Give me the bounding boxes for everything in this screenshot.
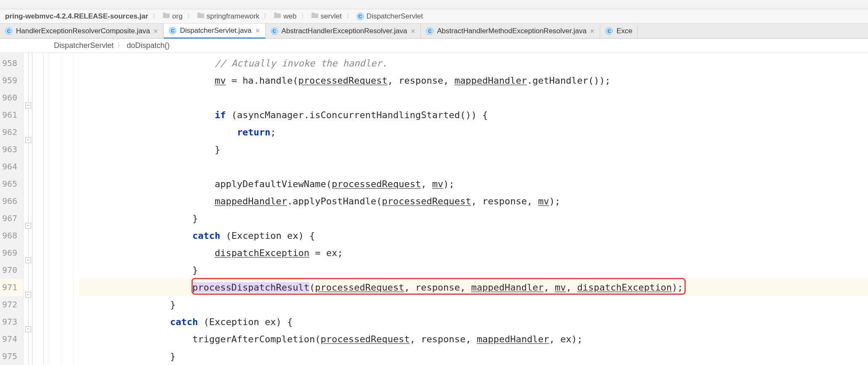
tab-label: HandlerExceptionResolverComposite.java — [16, 27, 150, 35]
code-line[interactable]: catch (Exception ex) { — [79, 313, 868, 331]
editor-tabs: CHandlerExceptionResolverComposite.java✕… — [0, 24, 868, 39]
code-line[interactable]: } — [79, 262, 868, 279]
close-icon[interactable]: ✕ — [410, 28, 415, 34]
code-token: if — [215, 110, 232, 120]
line-number: 971 — [0, 279, 23, 296]
code-token: mv — [215, 75, 226, 86]
svg-rect-3 — [197, 13, 200, 15]
code-token: processedRequest — [298, 75, 388, 86]
line-number: 966 — [0, 193, 23, 210]
close-icon[interactable]: ✕ — [153, 28, 158, 34]
code-token: catch — [192, 230, 226, 241]
code-line[interactable]: return; — [79, 124, 868, 141]
code-line[interactable]: applyDefaultViewName(processedRequest, m… — [79, 175, 868, 193]
code-token: , response, — [404, 282, 471, 293]
code-token: // Actually invoke the handler. — [215, 58, 388, 69]
code-token: .applyPostHandle( — [287, 196, 382, 206]
breadcrumb-folder-servlet[interactable]: servlet — [310, 12, 343, 21]
code-token: (Exception ex) { — [226, 230, 315, 241]
editor-tab[interactable]: CExce — [600, 24, 638, 38]
close-icon[interactable]: ✕ — [255, 27, 260, 34]
code-token: ); — [672, 282, 683, 293]
code-line[interactable]: triggerAfterCompletion(processedRequest,… — [79, 331, 868, 348]
editor-tab[interactable]: CDispatcherServlet.java✕ — [164, 24, 265, 39]
breadcrumb-jar[interactable]: pring-webmvc-4.2.4.RELEASE-sources.jar — [3, 12, 150, 21]
line-number: 972 — [0, 296, 23, 313]
editor[interactable]: 9589599609619629639649659669679689699709… — [0, 53, 868, 365]
breadcrumb-label: servlet — [321, 12, 342, 21]
indent-guides — [44, 53, 79, 365]
code-line[interactable]: } — [79, 348, 868, 365]
code-token: processedRequest — [382, 196, 471, 206]
code-token: , — [543, 282, 555, 293]
code-line[interactable]: } — [79, 141, 868, 158]
line-number: 969 — [0, 244, 23, 262]
fold-toggle-icon[interactable]: − — [25, 103, 31, 108]
folder-icon — [274, 12, 281, 21]
code-token: processedRequest — [315, 282, 404, 293]
code-token: mappedHandler — [215, 196, 287, 206]
editor-tab[interactable]: CHandlerExceptionResolverComposite.java✕ — [0, 24, 164, 38]
code-line[interactable]: dispatchException = ex; — [79, 244, 868, 262]
class-icon: C — [357, 13, 364, 20]
fold-toggle-icon[interactable]: − — [25, 137, 31, 143]
structure-crumb: DispatcherServlet 〉 doDispatch() — [0, 39, 868, 53]
code-token: , — [566, 282, 577, 293]
close-icon[interactable]: ✕ — [590, 28, 595, 34]
chevron-right-icon: 〉 — [116, 42, 124, 50]
line-number: 965 — [0, 175, 23, 193]
tab-label: AbstractHandlerMethodExceptionResolver.j… — [437, 27, 586, 35]
crumb-method[interactable]: doDispatch() — [127, 41, 170, 50]
editor-tab[interactable]: CAbstractHandlerExceptionResolver.java✕ — [266, 24, 421, 38]
breadcrumb-label: springframework — [207, 12, 260, 21]
editor-tab[interactable]: CAbstractHandlerMethodExceptionResolver.… — [421, 24, 600, 38]
code-token: catch — [170, 317, 203, 327]
fold-toggle-icon[interactable]: − — [25, 326, 31, 332]
line-number: 974 — [0, 331, 23, 348]
code-line[interactable]: } — [79, 296, 868, 313]
class-icon: C — [605, 27, 613, 35]
code-line[interactable]: mv = ha.handle(processedRequest, respons… — [79, 72, 868, 89]
chevron-right-icon: 〉 — [263, 12, 271, 20]
code-line[interactable] — [79, 89, 868, 106]
code-token: processDispatchResult — [192, 282, 309, 293]
line-number: 959 — [0, 72, 23, 89]
fold-toggle-icon[interactable]: − — [25, 257, 31, 263]
line-number: 967 — [0, 210, 23, 227]
code-token: = ha.handle( — [226, 75, 298, 86]
breadcrumb-class[interactable]: C DispatcherServlet — [355, 12, 425, 21]
code-token: , — [421, 179, 432, 189]
code-token: return — [237, 127, 270, 138]
crumb-class[interactable]: DispatcherServlet — [54, 41, 114, 50]
code-line[interactable]: // Actually invoke the handler. — [79, 55, 868, 72]
code-area[interactable]: // Actually invoke the handler. mv = ha.… — [79, 53, 868, 365]
code-token: processedRequest — [321, 334, 410, 344]
code-line[interactable]: mappedHandler.applyPostHandle(processedR… — [79, 193, 868, 210]
code-token: , response, — [410, 334, 477, 344]
code-line[interactable]: if (asyncManager.isConcurrentHandlingSta… — [79, 106, 868, 124]
line-number: 975 — [0, 348, 23, 365]
class-icon: C — [5, 27, 13, 35]
breadcrumb-folder-org[interactable]: org — [161, 12, 184, 21]
code-token: } — [192, 213, 198, 224]
nav-breadcrumbs: pring-webmvc-4.2.4.RELEASE-sources.jar 〉… — [0, 9, 868, 24]
fold-toggle-icon[interactable]: − — [25, 292, 31, 298]
line-number: 970 — [0, 262, 23, 279]
code-line[interactable]: } — [79, 210, 868, 227]
line-number: 961 — [0, 106, 23, 124]
code-line[interactable]: processDispatchResult(processedRequest, … — [79, 279, 868, 296]
fold-toggle-icon[interactable]: − — [25, 223, 31, 229]
breadcrumb-folder-web[interactable]: web — [272, 12, 298, 21]
breadcrumb-label: DispatcherServlet — [367, 12, 423, 21]
code-token: ); — [443, 179, 455, 189]
breadcrumb-folder-springframework[interactable]: springframework — [196, 12, 261, 21]
code-token: = ex; — [309, 248, 343, 258]
code-token: (asyncManager.isConcurrentHandlingStarte… — [232, 110, 488, 120]
tab-label: AbstractHandlerExceptionResolver.java — [282, 27, 407, 35]
code-token: mappedHandler — [471, 282, 543, 293]
code-line[interactable]: catch (Exception ex) { — [79, 227, 868, 244]
code-line[interactable] — [79, 158, 868, 175]
code-token: mv — [432, 179, 443, 189]
fold-gutter[interactable]: − − − − − − — [24, 53, 44, 365]
svg-rect-5 — [274, 13, 277, 15]
